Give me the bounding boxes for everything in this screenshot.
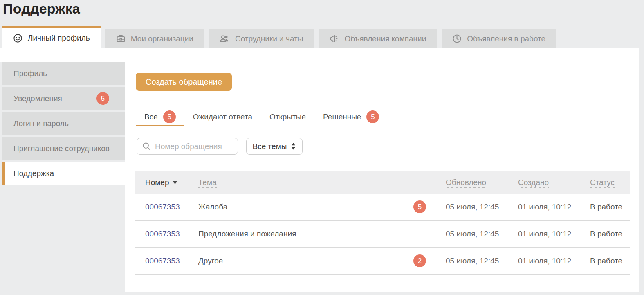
create-request-button[interactable]: Создать обращение bbox=[136, 73, 232, 91]
filter-tab-label: Открытые bbox=[269, 113, 306, 122]
smiley-icon bbox=[13, 34, 22, 43]
status-cell: В работе bbox=[590, 203, 630, 212]
column-header-updated[interactable]: Обновлено bbox=[446, 178, 518, 187]
sidebar-item-label: Профиль bbox=[13, 69, 47, 78]
tab-personal-profile[interactable]: Личный профиль bbox=[2, 26, 101, 48]
count-badge: 5 bbox=[163, 110, 176, 123]
main-panel: Создать обращение Все 5 Ожидают ответа О… bbox=[125, 48, 639, 292]
filter-tab-awaiting-reply[interactable]: Ожидают ответа bbox=[184, 108, 261, 126]
sidebar-item-label: Приглашение сотрудников bbox=[13, 144, 110, 153]
unread-count-badge: 5 bbox=[413, 200, 426, 213]
updated-cell: 05 июля, 12:45 bbox=[446, 257, 518, 266]
ticket-search[interactable] bbox=[137, 138, 238, 155]
ticket-number-link[interactable]: 00067353 bbox=[145, 203, 198, 212]
notifications-count-badge: 5 bbox=[96, 92, 109, 105]
created-cell: 01 июля, 10:12 bbox=[518, 257, 590, 266]
filter-tab-open[interactable]: Открытые bbox=[261, 108, 314, 126]
topic-cell: Жалоба 5 bbox=[198, 200, 446, 213]
tickets-table: Номер Тема Обновлено Создано Статус 0006… bbox=[135, 171, 630, 275]
updated-cell: 05 июля, 12:45 bbox=[446, 203, 518, 212]
column-header-status[interactable]: Статус bbox=[590, 178, 630, 187]
topic-cell: Предложения и пожелания bbox=[198, 230, 446, 239]
filter-tab-solved[interactable]: Решенные 5 bbox=[314, 108, 388, 126]
filter-tab-label: Ожидают ответа bbox=[193, 113, 252, 122]
filter-tab-all[interactable]: Все 5 bbox=[136, 108, 184, 126]
sidebar-item-notifications[interactable]: Уведомления 5 bbox=[2, 87, 125, 110]
clock-icon bbox=[452, 34, 462, 43]
megaphone-icon bbox=[329, 34, 339, 43]
updated-cell: 05 июля, 12:45 bbox=[446, 230, 518, 239]
topic-label: Предложения и пожелания bbox=[198, 230, 296, 239]
people-icon bbox=[220, 34, 230, 43]
sidebar-item-label: Уведомления bbox=[13, 94, 62, 103]
column-label: Тема bbox=[198, 178, 217, 188]
created-cell: 01 июля, 10:12 bbox=[518, 203, 590, 212]
tab-label: Объявления компании bbox=[344, 34, 426, 43]
column-header-topic[interactable]: Тема bbox=[198, 178, 446, 187]
tab-label: Объявления в работе bbox=[467, 34, 545, 43]
sidebar-item-support[interactable]: Поддержка bbox=[2, 162, 126, 185]
table-row[interactable]: 00067353 Другое 2 05 июля, 12:45 01 июля… bbox=[135, 248, 630, 275]
column-header-number[interactable]: Номер bbox=[145, 178, 198, 187]
table-row[interactable]: 00067353 Предложения и пожелания 05 июля… bbox=[135, 221, 630, 248]
tab-label: Мои организации bbox=[131, 34, 193, 43]
tab-label: Личный профиль bbox=[28, 34, 90, 43]
table-header: Номер Тема Обновлено Создано Статус bbox=[135, 171, 630, 194]
caret-down-icon bbox=[173, 181, 177, 184]
tab-employees-chats[interactable]: Сотрудники и чаты bbox=[209, 29, 314, 48]
filter-tabs: Все 5 Ожидают ответа Открытые Решенные 5 bbox=[136, 108, 632, 126]
ticket-search-input[interactable] bbox=[155, 142, 238, 151]
support-page: Поддержка Личный профиль Мои организации… bbox=[0, 0, 644, 295]
sidebar-item-invite-employees[interactable]: Приглашение сотрудников bbox=[2, 137, 125, 160]
filter-tab-label: Все bbox=[144, 113, 158, 122]
column-label: Номер bbox=[145, 178, 169, 187]
tab-my-organizations[interactable]: Мои организации bbox=[105, 29, 204, 48]
column-header-created[interactable]: Создано bbox=[518, 178, 590, 187]
topic-cell: Другое 2 bbox=[198, 254, 446, 267]
column-label: Статус bbox=[590, 178, 615, 188]
sidebar: Профиль Уведомления 5 Логин и пароль При… bbox=[2, 62, 125, 187]
page-title: Поддержка bbox=[3, 1, 80, 17]
table-row[interactable]: 00067353 Жалоба 5 05 июля, 12:45 01 июля… bbox=[135, 194, 630, 221]
tab-announcements-in-progress[interactable]: Объявления в работе bbox=[442, 29, 556, 48]
topic-select-value: Все темы bbox=[253, 142, 287, 151]
topic-label: Другое bbox=[198, 257, 223, 266]
count-badge: 5 bbox=[366, 110, 379, 123]
tab-company-announcements[interactable]: Объявления компании bbox=[319, 29, 437, 48]
column-label: Создано bbox=[518, 178, 549, 188]
column-label: Обновлено bbox=[446, 178, 486, 188]
ticket-number-link[interactable]: 00067353 bbox=[145, 230, 198, 239]
sidebar-item-label: Поддержка bbox=[13, 169, 54, 178]
content-background-strip bbox=[0, 48, 125, 62]
briefcase-icon bbox=[116, 34, 126, 43]
sidebar-item-label: Логин и пароль bbox=[13, 119, 69, 128]
created-cell: 01 июля, 10:12 bbox=[518, 230, 590, 239]
ticket-number-link[interactable]: 00067353 bbox=[145, 257, 198, 266]
top-tab-bar: Личный профиль Мои организации Сотрудник… bbox=[2, 26, 561, 48]
tab-label: Сотрудники и чаты bbox=[235, 34, 303, 43]
filter-tab-label: Решенные bbox=[323, 113, 361, 122]
topic-label: Жалоба bbox=[198, 203, 227, 212]
unread-count-badge: 2 bbox=[413, 254, 426, 267]
sort-arrows-icon bbox=[291, 142, 296, 150]
sidebar-item-login-password[interactable]: Логин и пароль bbox=[2, 112, 125, 135]
topic-select[interactable]: Все темы bbox=[246, 138, 303, 155]
search-icon bbox=[142, 142, 151, 151]
status-cell: В работе bbox=[590, 230, 630, 239]
status-cell: В работе bbox=[590, 257, 630, 266]
sidebar-item-profile[interactable]: Профиль bbox=[2, 62, 125, 85]
